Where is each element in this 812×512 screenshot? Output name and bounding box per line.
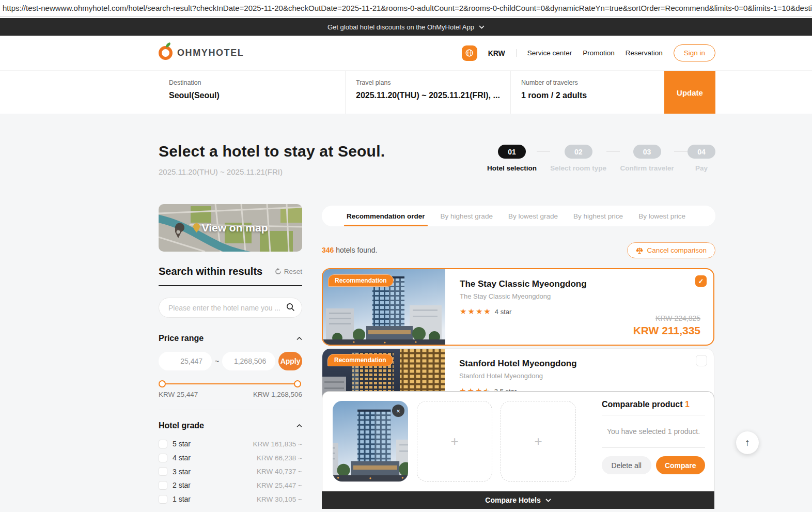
- grade-min-price: KRW 40,737 ~: [257, 468, 302, 475]
- price-range-section: Price range ~ Apply KRW 25,447 KRW 1,268…: [159, 334, 302, 398]
- tab-by-highest-grade[interactable]: By highest grade: [441, 206, 493, 226]
- nav-reservation[interactable]: Reservation: [626, 49, 663, 57]
- checkbox-icon[interactable]: [159, 481, 167, 490]
- step-label: Confirm traveler: [620, 164, 674, 172]
- comparison-item-thumbnail[interactable]: ×: [333, 401, 408, 482]
- grade-option-5-star[interactable]: 5 star KRW 161,835 ~: [159, 437, 302, 451]
- price-slider-min-handle[interactable]: [159, 380, 166, 387]
- original-price: KRW 224,825: [633, 314, 700, 322]
- tab-recommendation-order[interactable]: Recommendation order: [347, 206, 425, 226]
- page-title-city: Seoul: [338, 143, 381, 160]
- language-button[interactable]: [462, 45, 477, 61]
- filters-sidebar: View on map Search within results Reset: [159, 204, 302, 506]
- check-icon: ✓: [698, 277, 704, 285]
- grade-min-price: KRW 161,835 ~: [253, 440, 302, 448]
- search-icon[interactable]: [286, 303, 295, 314]
- grade-min-price: KRW 66,238 ~: [257, 454, 302, 462]
- search-within-results-title: Search within results: [159, 266, 262, 277]
- header-divider: [516, 49, 517, 57]
- grade-option-3-star[interactable]: 3 star KRW 40,737 ~: [159, 464, 302, 478]
- step-connector: [674, 151, 688, 152]
- grade-option-4-star[interactable]: 4 star KRW 66,238 ~: [159, 451, 302, 465]
- search-bar: Destination Seoul(Seoul) Travel plans 20…: [0, 70, 812, 114]
- grade-option-1-star[interactable]: 1 star KRW 30,105 ~: [159, 492, 302, 506]
- hotel-photo[interactable]: Recommendation: [323, 269, 445, 345]
- hotel-card-the-stay-classic[interactable]: Recommendation The Stay Classic Myeongdo…: [322, 268, 714, 346]
- scroll-to-top-button[interactable]: ↑: [736, 431, 759, 454]
- banner-text: Get global hotel discounts on the OhMyHo…: [327, 23, 474, 31]
- compare-hotels-label: Compare Hotels: [485, 496, 540, 504]
- price-slider-track[interactable]: [160, 383, 301, 384]
- checkbox-icon[interactable]: [159, 495, 167, 504]
- page-url: https://test-newwww.ohmyhotel.com/hotel/…: [3, 4, 812, 12]
- price-range-header[interactable]: Price range: [159, 334, 302, 343]
- comparison-empty-slot[interactable]: +: [417, 401, 492, 482]
- hotel-grade-header[interactable]: Hotel grade: [159, 421, 302, 430]
- price-max-caption: KRW 1,268,506: [253, 391, 302, 398]
- sidebar-divider: [159, 410, 302, 410]
- compare-checkbox-checked[interactable]: ✓: [695, 275, 707, 287]
- close-icon: ×: [396, 407, 400, 415]
- checkbox-icon[interactable]: [159, 454, 167, 462]
- tab-by-lowest-price[interactable]: By lowest price: [638, 206, 685, 226]
- site-header: OHMYHOTEL KRW Service center Promotion R…: [0, 36, 812, 70]
- price-slider: [159, 380, 302, 388]
- tab-by-lowest-grade[interactable]: By lowest grade: [508, 206, 558, 226]
- grade-label: 2 star: [173, 481, 191, 489]
- hotel-grade-section: Hotel grade 5 star KRW 161,835 ~ 4 star …: [159, 421, 302, 506]
- search-within-results-section: Search within results Reset: [159, 266, 302, 286]
- star-label: 4 star: [495, 308, 512, 316]
- tab-by-highest-price[interactable]: By highest price: [573, 206, 623, 226]
- results-count-number: 346: [322, 246, 334, 254]
- price-min-input[interactable]: [159, 352, 212, 370]
- recommendation-badge: Recommendation: [328, 274, 394, 287]
- remove-comparison-item-button[interactable]: ×: [392, 405, 404, 417]
- hotel-info[interactable]: The Stay Classic Myeongdong The Stay Cla…: [460, 279, 587, 316]
- chevron-down-icon: [479, 25, 485, 29]
- price-slider-max-handle[interactable]: [294, 380, 301, 387]
- grade-label: 3 star: [173, 468, 191, 476]
- compare-button[interactable]: Compare: [656, 456, 706, 474]
- travelers-value: 1 room / 2 adults: [521, 91, 655, 100]
- currency-selector[interactable]: KRW: [488, 49, 505, 57]
- browser-address-bar[interactable]: https://test-newwww.ohmyhotel.com/hotel/…: [0, 0, 812, 17]
- checkbox-icon[interactable]: [159, 440, 167, 448]
- page-root: https://test-newwww.ohmyhotel.com/hotel/…: [0, 0, 812, 512]
- price-max-input[interactable]: [222, 352, 275, 370]
- delete-all-button[interactable]: Delete all: [602, 456, 651, 474]
- view-on-map-button[interactable]: View on map: [159, 204, 302, 252]
- sign-in-button[interactable]: Sign in: [674, 44, 715, 61]
- cancel-comparison-button[interactable]: Cancel comparison: [627, 242, 715, 258]
- page-title: Select a hotel to stay at Seoul.: [159, 143, 385, 160]
- travelers-field[interactable]: Number of travelers 1 room / 2 adults: [510, 71, 664, 114]
- compare-hotels-bar[interactable]: Compare Hotels: [322, 491, 714, 509]
- apply-price-button[interactable]: Apply: [278, 352, 302, 370]
- compare-checkbox-unchecked[interactable]: [696, 355, 707, 366]
- view-on-map-label: View on map: [202, 222, 268, 234]
- destination-field[interactable]: Destination Seoul(Seoul): [159, 71, 345, 114]
- hotel-name-search-input[interactable]: [159, 298, 302, 318]
- price-range-title: Price range: [159, 334, 204, 343]
- update-search-button[interactable]: Update: [664, 71, 715, 114]
- app-promo-banner[interactable]: Get global hotel discounts on the OhMyHo…: [0, 18, 812, 36]
- grade-option-2-star[interactable]: 2 star KRW 25,447 ~: [159, 478, 302, 492]
- brand-name: OHMYHOTEL: [177, 48, 244, 58]
- nav-service-center[interactable]: Service center: [527, 49, 572, 57]
- nav-promotion[interactable]: Promotion: [583, 49, 615, 57]
- step-number: 03: [633, 145, 661, 159]
- reset-filters-button[interactable]: Reset: [275, 268, 302, 275]
- results-count-suffix: hotels found.: [334, 246, 377, 254]
- chevron-up-icon: [296, 337, 302, 340]
- step-number: 01: [498, 145, 526, 159]
- hotel-price-block: KRW 224,825 KRW 211,335: [633, 314, 700, 337]
- grade-label: 1 star: [173, 495, 191, 503]
- checkbox-icon[interactable]: [159, 467, 167, 476]
- step-label: Pay: [695, 164, 708, 172]
- up-arrow-icon: ↑: [745, 437, 750, 448]
- comparison-empty-slot[interactable]: +: [501, 401, 576, 482]
- brand-logo[interactable]: OHMYHOTEL: [159, 46, 244, 60]
- travel-plans-field[interactable]: Travel plans 2025.11.20(THU) ~ 2025.11.2…: [345, 71, 510, 114]
- hotel-subtitle: Stanford Hotel Myeongdong: [459, 372, 577, 380]
- step-connector: [606, 151, 620, 152]
- hotel-info[interactable]: Stanford Hotel Myeongdong Stanford Hotel…: [459, 359, 577, 396]
